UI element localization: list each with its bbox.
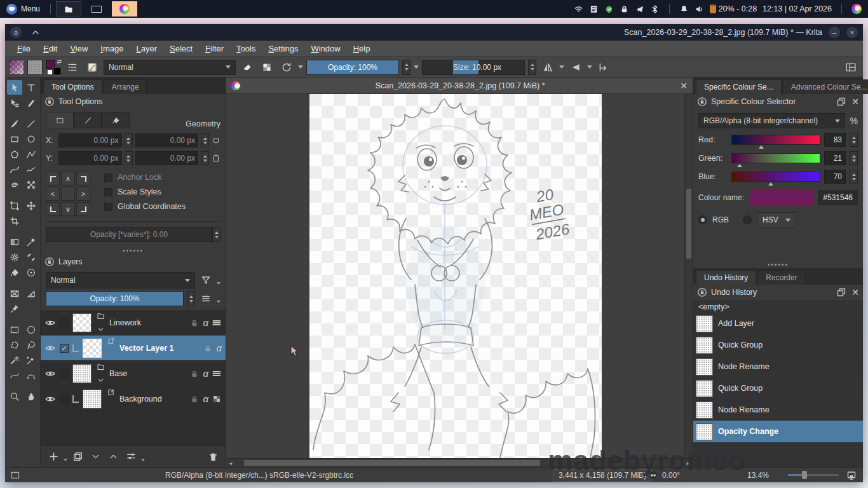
tool-dynamic-brush[interactable] [7,177,22,192]
horizontal-scrollbar[interactable]: ◂ ▸ [226,458,693,467]
blue-slider[interactable] [731,172,820,182]
canvas-rotation-icon[interactable] [648,470,658,480]
tool-polyline[interactable] [24,147,39,161]
docker-lock-icon[interactable] [44,97,55,107]
opacity-slider[interactable]: Opacity: 100% [306,60,399,75]
move-layer-down-button[interactable] [88,449,103,464]
fullscreen-icon[interactable] [846,470,857,480]
geometry-subtab[interactable] [46,112,74,128]
menu-image[interactable]: Image [95,42,129,55]
height-spinner[interactable] [201,151,209,165]
lock-icon[interactable] [189,318,200,328]
hsv-dropdown[interactable]: HSV [757,212,796,227]
anchor-left[interactable]: < [46,187,60,201]
image-dimensions[interactable]: 3,441 x 4,158 (109.7 MiB) [553,469,652,482]
anchor-center[interactable] [61,187,75,201]
layer-checkbox[interactable]: ✓ [60,344,69,353]
hsv-radio[interactable] [743,215,752,224]
menu-select[interactable]: Select [164,42,198,55]
preserve-alpha-button[interactable] [259,59,275,76]
rotation-angle[interactable]: 0.00° [662,471,680,480]
float-docker-icon[interactable] [836,97,846,107]
tool-line[interactable] [24,116,39,131]
anchor-lock-checkbox[interactable] [104,173,112,182]
bluetooth-icon[interactable] [650,4,660,14]
undo-item[interactable]: Add Layer [693,313,863,334]
alpha-icon[interactable]: α [203,393,208,404]
menu-window[interactable]: Window [305,42,346,55]
menu-view[interactable]: View [64,42,93,55]
workspace-chooser-button[interactable] [843,59,859,76]
undo-item[interactable]: Node Rename [693,356,863,377]
notifications-icon[interactable] [679,4,689,14]
tool-edit-shapes[interactable] [7,95,22,110]
lock-icon[interactable] [189,369,200,379]
tab-specific-colour-selector[interactable]: Specific Colour Se... [696,79,782,94]
properties-dropdown[interactable] [141,459,145,461]
width-field[interactable]: 0.00 px [135,133,199,147]
app-green-icon[interactable] [604,4,614,14]
green-value-field[interactable]: 21 [824,151,846,165]
blending-mode-dropdown[interactable]: Normal [104,60,236,75]
tool-enclose-fill[interactable] [24,265,39,280]
layer-styles-icon[interactable] [212,318,222,328]
x-position-field[interactable]: 0.00 px [58,133,122,147]
clock-text[interactable]: 12:13 | 02 Apr 2026 [763,4,832,13]
move-layer-up-button[interactable] [105,449,121,464]
menu-settings[interactable]: Settings [262,42,304,55]
wrap-around-button[interactable] [595,59,612,76]
tool-pattern-edit[interactable] [7,250,22,264]
eraser-mode-button[interactable] [239,59,255,76]
horizontal-scrollbar-thumb[interactable] [244,460,540,466]
width-spinner[interactable] [201,133,209,147]
undo-item-empty[interactable]: <empty> [693,301,863,313]
layer-row-base[interactable]: Base α [41,361,226,386]
docker-drag-handle[interactable]: •••••• [41,249,226,254]
tool-move[interactable] [24,198,39,213]
y-spinner[interactable] [125,151,133,165]
tool-bezier-curve[interactable] [7,162,22,177]
edit-brush-settings-button[interactable] [84,59,100,76]
tool-multibrush[interactable] [24,177,39,192]
document-subwindow-titlebar[interactable]: Scan_2026-03-29_20-38-28_2.jpg (109.7 Mi… [226,78,693,94]
stroke-subtab[interactable] [74,112,102,128]
menu-edit[interactable]: Edit [37,42,63,55]
tab-undo-history[interactable]: Undo History [696,270,756,285]
tool-crop[interactable] [7,214,22,228]
tool-select-bezier[interactable] [7,368,22,383]
scroll-right-arrow[interactable]: ▸ [684,459,693,467]
zoom-slider-knob[interactable] [802,471,807,479]
menu-layer[interactable]: Layer [130,42,163,55]
vertical-scrollbar-thumb[interactable] [686,189,691,259]
shape-opacity-slider[interactable]: Opacity [*varies*]: 0.00 [46,227,212,242]
close-document-icon[interactable]: ✕ [680,81,688,90]
percent-toggle[interactable]: % [850,116,858,126]
colorspace-dropdown[interactable]: RGB/Alpha (8-bit integer/channel) [698,113,845,128]
green-slider[interactable] [731,153,820,163]
red-spinner[interactable] [850,133,858,147]
taskbar-krita[interactable] [112,1,137,17]
docker-lock-icon[interactable] [44,257,55,267]
fill-subtab[interactable] [102,112,130,128]
shade-window-icon[interactable] [31,27,41,37]
tool-calligraphy[interactable] [24,95,39,110]
tool-freehand-path[interactable] [24,162,39,177]
add-layer-button[interactable] [46,449,61,464]
docker-drag-handle[interactable]: •••••• [693,263,863,268]
red-slider[interactable] [731,135,820,145]
lock-icon[interactable] [203,343,213,353]
tool-select-similar[interactable] [24,353,39,367]
tool-color-sampler[interactable] [24,234,39,249]
chevron-down-icon[interactable] [559,65,564,69]
taskbar-file-manager[interactable] [56,1,81,17]
ratio-lock-icon[interactable] [212,136,220,145]
undo-item[interactable]: Node Rename [693,399,863,421]
docker-lock-icon[interactable] [697,97,707,107]
visibility-eye-icon[interactable] [44,393,56,405]
layer-filter-button[interactable] [198,273,214,288]
window-menu-button[interactable]: o [10,27,22,38]
layer-opacity-spinner[interactable] [187,291,195,306]
alpha-icon[interactable]: α [203,368,208,379]
tool-select-freehand[interactable] [24,337,39,352]
mirror-horizontal-button[interactable] [539,59,556,76]
